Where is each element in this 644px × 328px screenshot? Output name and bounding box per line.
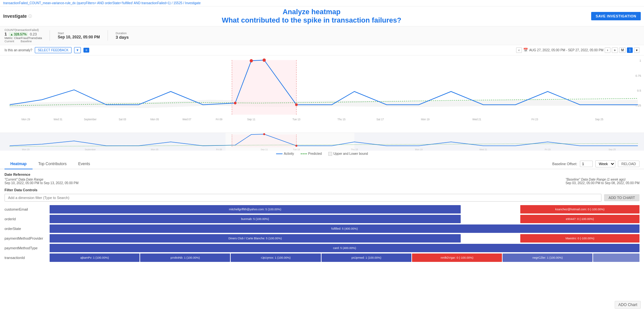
heatmap-label-payment-provider: paymentMethodProvider [5,236,50,240]
chart-svg: 1 0.75 0.5 0.25 Mon 29 Wed 31 September … [0,57,644,121]
legend-bounds-label: Upper and Lower bound [333,152,368,155]
svg-rect-29 [0,133,226,151]
metric-baseline-label: Baseline [21,40,32,43]
date-range-nav: ‹ 📅 AUG 27, 2022, 05:00 PM - SEP 27, 202… [516,47,639,53]
svg-text:Thu 15: Thu 15 [351,148,358,151]
current-date-value: Sep 10, 2022, 05:00 PM to Sep 13, 2022, … [5,181,79,185]
tab-heatmap[interactable]: Heatmap [5,159,33,169]
breadcrumb-text: transactionFailed_COUNT_mean-variance-ru… [3,1,201,5]
header-row: Investigate ⓘ Analyze heatmap What contr… [0,6,644,26]
anomaly-icon-button[interactable]: ≡ [83,48,89,53]
tab-events[interactable]: Events [72,159,96,169]
svg-text:Thu 15: Thu 15 [338,118,346,121]
heatmap-row-payment-provider: paymentMethodProvider Diners Club / Cart… [5,234,639,243]
baseline-date-label: "Baseline" Data Date Range (1 week ago) [565,178,639,181]
svg-text:September: September [85,148,96,151]
legend-bounds-box [328,152,332,156]
heatmap-row-transaction-id: transactionId ajkamPv: 1 (100.00%) pA4k4… [5,253,639,262]
metric-count-value: 1 [5,32,7,36]
metrics-row: COUNT(transactionFailed) 1 ▲ 328.57% 0.2… [0,26,644,45]
baseline-controls: Baseline Offset: Week RELOAD [552,160,639,167]
heatmap-bar-orderid-negative: e90447: 0 (-100.00%) [520,215,639,223]
filter-input[interactable] [5,194,601,202]
page-title-icon: ⓘ [28,14,32,19]
metric-badge-text: 328.57% [14,33,26,36]
heatmap-label-transaction-id: transactionId [5,256,50,260]
metric-sublabel: Metric: ClearFraudTransData [5,36,42,40]
metric-date-label: Start [58,32,100,35]
reload-button[interactable]: RELOAD [618,161,639,167]
metric-duration-label: Duration [116,32,129,35]
breadcrumb: transactionFailed_COUNT_mean-variance-ru… [0,0,644,6]
tab-top-contributors[interactable]: Top Contributors [33,159,72,169]
svg-text:Mon 05: Mon 05 [150,118,159,121]
heatmap-rows: customerEmail mitchellgriffith@yahoo.com… [5,205,639,262]
feedback-button[interactable]: SELECT FEEDBACK [35,47,71,53]
date-reference-title: Date Reference [5,173,639,176]
svg-point-9 [250,59,253,62]
heatmap-row-payment-type: paymentMethodType card: 5 (400.00%) [5,244,639,253]
heatmap-bar-orderstate-positive: fulfilled: 5 (400.00%) [50,224,639,233]
baseline-offset-input[interactable] [580,161,593,167]
heatmap-bar-txid-4: p4Jpmwd: 1 (100.00%) [322,253,411,262]
date-nav-next-button[interactable]: › [605,47,610,53]
metric-current-label: Current [5,40,14,43]
heatmap-bar-txid-7 [593,253,639,262]
current-date-label: "Current" Data Date Range [5,178,79,181]
svg-text:Mon 29: Mon 29 [22,148,29,151]
page-title-area: Investigate ⓘ [3,14,32,19]
heatmap-label-order-id: orderId [5,217,50,221]
filter-title: Filter Data Controls [5,188,639,192]
date-reference-grid: "Current" Data Date Range Sep 10, 2022, … [5,178,639,185]
svg-text:Tue 13: Tue 13 [293,118,301,121]
heatmap-row-order-id: orderId bunmab: 5 (100.00%) e90447: 0 (-… [5,214,639,224]
metric-badge: ▲ 328.57% [9,32,28,36]
legend-predicted-label: Predicted [308,152,322,155]
page-title: Investigate [3,14,27,19]
legend-activity-line [276,154,283,154]
period-1-button[interactable]: 1 [627,47,633,53]
heatmap-label-customer-email: customerEmail [5,207,50,211]
svg-point-34 [263,133,265,135]
heatmap-bar-email-negative: ksanchez@hotmail.com: 0 (-100.00%) [520,205,639,214]
add-to-chart-button[interactable]: ADD TO CHART [604,194,639,201]
svg-text:September: September [84,118,96,121]
mini-chart-svg: Mon 29 September Mon 05 Fri 09 Sep 11 Tu… [0,133,644,151]
metric-date-value: Sep 10, 2022, 05:00 PM [58,35,100,39]
svg-text:Sat 17: Sat 17 [376,118,384,121]
svg-text:Mon 29: Mon 29 [22,118,30,121]
svg-rect-30 [354,133,644,151]
svg-text:Mon 19: Mon 19 [415,148,422,151]
svg-point-12 [295,103,298,106]
heatmap-bar-provider-negative: Maestro: 0 (-100.00%) [520,234,639,243]
svg-text:Fri 09: Fri 09 [216,148,222,151]
svg-rect-6 [232,60,296,114]
main-chart: 1 0.75 0.5 0.25 Mon 29 Wed 31 September … [0,55,644,133]
metric-divider-1 [50,30,50,41]
heatmap-bar-type-positive: card: 5 (400.00%) [50,244,639,252]
chart-legend: Activity Predicted Upper and Lower bound [0,151,644,158]
period-m-button[interactable]: M [619,47,626,53]
heatmap-bar-orderid-positive: bunmab: 5 (100.00%) [50,215,461,223]
heatmap-bar-txid-5: nmlkDVgar: 0 (-100.00%) [412,253,502,262]
date-nav-end-button[interactable]: » [612,47,618,53]
date-nav-prev-button[interactable]: ‹ [516,47,522,53]
svg-text:0.75: 0.75 [635,74,641,77]
heatmap-bars-payment-type: card: 5 (400.00%) [50,244,639,252]
heatmap-bars-payment-provider: Diners Club / Carte Blanche: 5 (100.00%)… [50,234,639,243]
heatmap-bars-order-state: fulfilled: 5 (400.00%) [50,224,639,233]
feedback-caret-button[interactable]: ▼ [74,47,81,53]
period-more-button[interactable]: ▾ [634,47,639,53]
save-investigation-button[interactable]: SAVE INVESTIGATION [591,12,641,20]
tabs-row: Heatmap Top Contributors Events Baseline… [0,159,644,169]
svg-text:0.5: 0.5 [637,89,641,92]
date-range-text: AUG 27, 2022, 05:00 PM - SEP 27, 2022, 0… [529,48,604,52]
legend-activity-label: Activity [284,152,294,155]
legend-bounds: Upper and Lower bound [328,152,368,156]
heatmap-label-payment-type: paymentMethodType [5,246,50,250]
svg-text:Mon 19: Mon 19 [421,118,430,121]
metric-divider-2 [108,30,108,41]
week-select[interactable]: Week [595,160,615,167]
heatmap-row-order-state: orderState fulfilled: 5 (400.00%) [5,224,639,233]
calendar-icon: 📅 [523,48,528,52]
